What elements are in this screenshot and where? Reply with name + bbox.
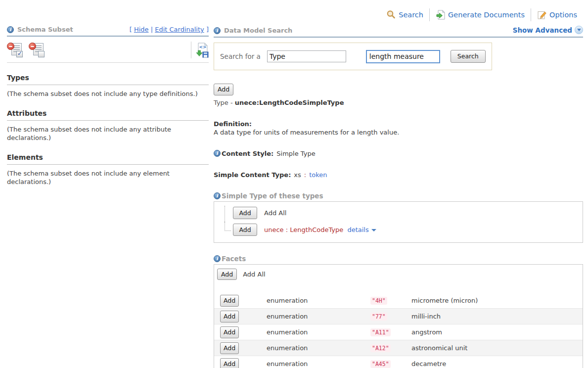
facet-kind: enumeration [267, 344, 370, 352]
schema-subset-title-group: i Schema Subset [7, 26, 73, 33]
facet-kind: enumeration [267, 297, 370, 304]
search-type-input[interactable] [267, 50, 346, 62]
content-style-label: Content Style: [222, 150, 273, 157]
search-icon [386, 10, 396, 20]
export-save-schema-icon[interactable]: <> [195, 43, 209, 58]
facet-description: milli-inch [411, 313, 583, 320]
remove-unchecked-items-icon[interactable] [29, 43, 45, 57]
data-model-search-header: i Data Model Search Show Advanced [214, 26, 583, 38]
show-advanced-label: Show Advanced [513, 26, 572, 34]
add-facet-button[interactable]: Add [220, 342, 239, 354]
remove-checked-items-icon[interactable] [7, 43, 24, 57]
simple-type-of-box: Add Add All Add unece : LengthCodeType d… [214, 201, 583, 243]
type-row-text: unece : LengthCodeType details [264, 226, 376, 233]
add-facet-button[interactable]: Add [220, 326, 239, 338]
data-model-search-panel: i Data Model Search Show Advanced Search… [214, 26, 583, 368]
attributes-empty-message: (The schema subset does not include any … [7, 125, 200, 142]
facet-value: "A45" [370, 360, 391, 368]
simple-content-type-label: Simple Content Type: [214, 171, 291, 179]
top-toolbar: Search Generate Documents Options [0, 0, 588, 26]
add-lengthcodetype-button[interactable]: Add [233, 224, 257, 236]
data-model-search-title: Data Model Search [224, 27, 292, 34]
hide-link[interactable]: Hide [134, 26, 149, 33]
generate-documents-link-label: Generate Documents [448, 11, 525, 19]
search-query-input[interactable] [366, 50, 440, 63]
facet-value: "4H" [370, 297, 387, 305]
attributes-section-title: Attributes [7, 109, 209, 117]
show-advanced-control[interactable]: Show Advanced [513, 26, 583, 34]
pipe-separator: | [151, 26, 153, 33]
edit-cardinality-link[interactable]: Edit Cardinality [155, 26, 204, 33]
types-empty-message: (The schema subset does not include any … [7, 90, 200, 98]
add-all-types-button[interactable]: Add [233, 207, 257, 220]
generate-documents-link[interactable]: Generate Documents [436, 10, 525, 20]
facet-kind: enumeration [267, 328, 370, 336]
simple-content-type-line: Simple Content Type: xs : token [214, 171, 583, 179]
type-prefix: Type - [214, 99, 233, 106]
search-button[interactable]: Search [451, 50, 486, 63]
search-link-label: Search [399, 11, 423, 19]
schema-subset-title: Schema Subset [17, 26, 73, 33]
add-type-button[interactable]: Add [214, 84, 233, 95]
info-icon[interactable]: i [214, 27, 221, 34]
details-link[interactable]: details [347, 226, 368, 233]
simple-type-of-header: i Simple Type of these types [214, 192, 583, 200]
add-facet-button[interactable]: Add [220, 295, 239, 307]
search-for-label: Search for a [220, 52, 261, 60]
type-namespace: unece [264, 226, 284, 233]
types-section: Types (The schema subset does not includ… [7, 74, 209, 98]
type-name: unece:LengthCodeSimpleType [235, 99, 344, 106]
divider [7, 120, 209, 121]
content-style-value: Simple Type [276, 150, 315, 157]
options-pencil-icon [537, 10, 547, 20]
add-all-row: Add Add All [214, 205, 583, 222]
tree-line [225, 222, 231, 231]
info-icon[interactable]: i [214, 150, 221, 157]
info-icon[interactable]: i [214, 192, 221, 199]
type-name: LengthCodeType [290, 226, 343, 233]
options-link[interactable]: Options [537, 10, 577, 20]
facets-add-all-label: Add All [243, 271, 265, 278]
facet-value: "77" [370, 313, 387, 321]
generate-documents-icon [436, 10, 446, 20]
simple-content-ns-link[interactable]: xs [294, 171, 301, 179]
facets-add-all-row: Add Add All [214, 269, 583, 280]
facet-row: Add enumeration "A45" decametre [214, 356, 583, 368]
svg-text:<>: <> [199, 45, 207, 49]
facet-row: Add enumeration "A11" angstrom [214, 324, 583, 340]
info-icon[interactable]: i [214, 255, 221, 262]
toolbar-separator [531, 8, 531, 21]
colon-separator: : [286, 226, 288, 233]
elements-section-title: Elements [7, 153, 209, 161]
add-facet-button[interactable]: Add [220, 311, 239, 322]
add-all-facets-button[interactable]: Add [217, 269, 237, 280]
schema-subset-icon-bar: <> [7, 42, 209, 63]
schema-subset-panel: i Schema Subset [ Hide | Edit Cardinalit… [7, 26, 209, 368]
search-link[interactable]: Search [386, 10, 423, 20]
bracket-close: ] [206, 26, 209, 33]
facet-row: Add enumeration "4H" micrometre (micron) [214, 293, 583, 309]
facets-title: Facets [222, 255, 246, 263]
tree-line [225, 206, 225, 223]
add-facet-button[interactable]: Add [220, 358, 239, 368]
colon-separator: : [304, 171, 306, 179]
unchecked-checkbox-glyph [38, 51, 45, 57]
info-icon[interactable]: i [7, 26, 14, 33]
facet-kind: enumeration [267, 360, 370, 368]
facet-value: "A11" [370, 328, 391, 336]
facet-description: astronomical unit [411, 344, 583, 352]
type-row: Add unece : LengthCodeType details [214, 222, 583, 238]
red-minus-glyph [7, 43, 14, 50]
divider [7, 85, 209, 85]
checked-checkbox-glyph [16, 51, 23, 57]
content-style-line: i Content Style: Simple Type [214, 150, 583, 157]
toolbar-separator [429, 8, 430, 21]
details-dropdown-icon[interactable] [371, 229, 376, 231]
schema-subset-header: i Schema Subset [ Hide | Edit Cardinalit… [7, 26, 209, 37]
divider [7, 164, 209, 165]
elements-section: Elements (The schema subset does not inc… [7, 153, 209, 186]
definition-label: Definition: [214, 120, 583, 128]
chevron-down-icon[interactable] [575, 26, 583, 34]
facet-description: decametre [411, 360, 583, 368]
simple-content-name-link[interactable]: token [309, 171, 327, 179]
